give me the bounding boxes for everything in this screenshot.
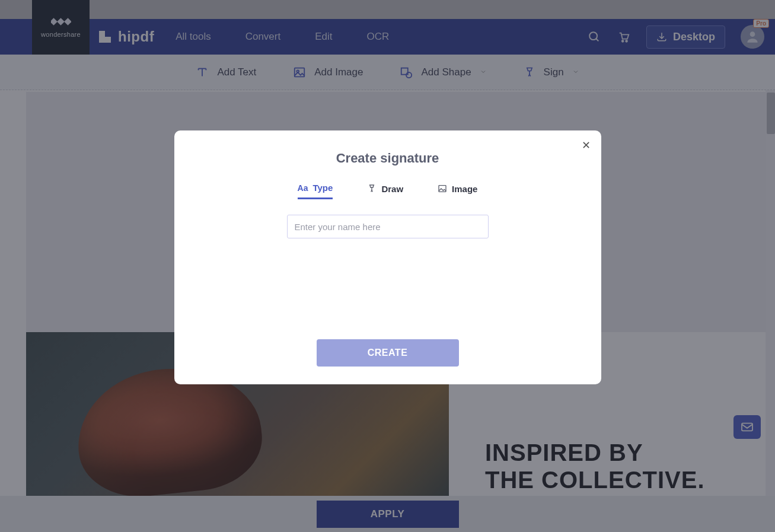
tab-image-label: Image <box>452 184 477 194</box>
tab-image[interactable]: Image <box>438 183 477 199</box>
type-aa-icon: Aa <box>298 183 308 193</box>
image-icon <box>438 184 447 193</box>
tab-type-label: Type <box>312 183 333 193</box>
pen-icon <box>367 184 377 193</box>
modal-title: Create signature <box>190 151 586 166</box>
tab-type[interactable]: Aa Type <box>298 183 333 199</box>
create-signature-modal: ✕ Create signature Aa Type Draw Image CR… <box>174 130 601 384</box>
signature-tabs: Aa Type Draw Image <box>190 183 586 199</box>
signature-name-input[interactable] <box>287 215 489 238</box>
close-icon[interactable]: ✕ <box>582 139 591 152</box>
svg-rect-15 <box>439 186 446 192</box>
create-button[interactable]: CREATE <box>317 339 459 367</box>
modal-overlay[interactable]: ✕ Create signature Aa Type Draw Image CR… <box>0 0 775 532</box>
tab-draw-label: Draw <box>381 184 403 194</box>
tab-draw[interactable]: Draw <box>367 183 403 199</box>
